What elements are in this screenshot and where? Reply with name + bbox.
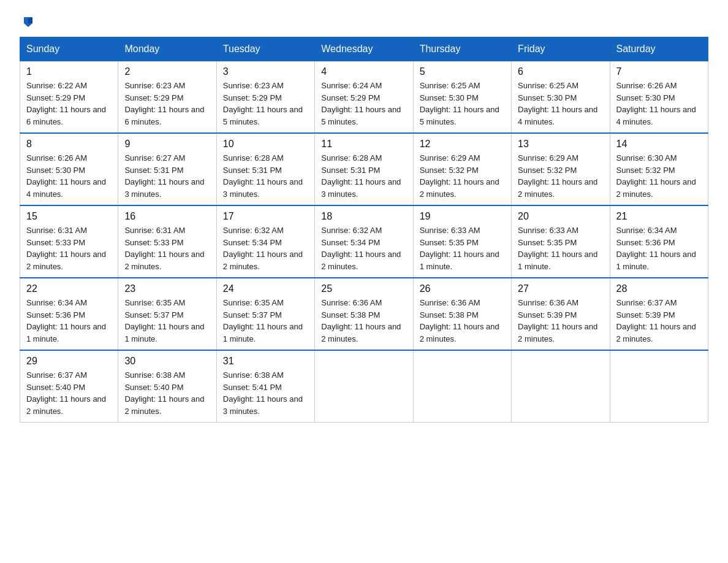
day-number: 4	[321, 66, 406, 77]
calendar-cell: 16 Sunrise: 6:31 AM Sunset: 5:33 PM Dayl…	[118, 205, 216, 278]
calendar-cell: 25 Sunrise: 6:36 AM Sunset: 5:38 PM Dayl…	[315, 278, 413, 350]
day-number: 27	[518, 283, 603, 294]
day-info: Sunrise: 6:31 AM Sunset: 5:33 PM Dayligh…	[124, 224, 210, 272]
day-info: Sunrise: 6:28 AM Sunset: 5:31 PM Dayligh…	[223, 152, 308, 200]
day-number: 25	[321, 283, 406, 294]
day-number: 8	[26, 139, 112, 150]
weekday-header-monday: Monday	[118, 37, 216, 61]
day-number: 23	[124, 283, 210, 294]
day-number: 29	[26, 356, 112, 367]
calendar-cell: 18 Sunrise: 6:32 AM Sunset: 5:34 PM Dayl…	[315, 205, 413, 278]
calendar-cell: 1 Sunrise: 6:22 AM Sunset: 5:29 PM Dayli…	[20, 61, 118, 134]
calendar-cell: 11 Sunrise: 6:28 AM Sunset: 5:31 PM Dayl…	[315, 133, 413, 205]
week-row-1: 1 Sunrise: 6:22 AM Sunset: 5:29 PM Dayli…	[20, 61, 708, 134]
day-number: 3	[223, 66, 308, 77]
day-info: Sunrise: 6:37 AM Sunset: 5:40 PM Dayligh…	[26, 369, 112, 417]
day-number: 13	[518, 139, 603, 150]
weekday-header-tuesday: Tuesday	[216, 37, 314, 61]
day-number: 31	[223, 356, 308, 367]
calendar-cell: 14 Sunrise: 6:30 AM Sunset: 5:32 PM Dayl…	[610, 133, 708, 205]
weekday-header-friday: Friday	[512, 37, 610, 61]
calendar-cell: 7 Sunrise: 6:26 AM Sunset: 5:30 PM Dayli…	[610, 61, 708, 134]
day-number: 21	[616, 211, 702, 222]
day-info: Sunrise: 6:33 AM Sunset: 5:35 PM Dayligh…	[420, 224, 505, 272]
day-info: Sunrise: 6:25 AM Sunset: 5:30 PM Dayligh…	[518, 80, 603, 128]
day-number: 16	[124, 211, 210, 222]
day-info: Sunrise: 6:34 AM Sunset: 5:36 PM Dayligh…	[616, 224, 702, 272]
calendar-cell: 21 Sunrise: 6:34 AM Sunset: 5:36 PM Dayl…	[610, 205, 708, 278]
day-info: Sunrise: 6:37 AM Sunset: 5:39 PM Dayligh…	[616, 297, 702, 345]
calendar-cell: 29 Sunrise: 6:37 AM Sunset: 5:40 PM Dayl…	[20, 350, 118, 423]
calendar-cell: 28 Sunrise: 6:37 AM Sunset: 5:39 PM Dayl…	[610, 278, 708, 350]
calendar-cell	[315, 350, 413, 423]
day-info: Sunrise: 6:32 AM Sunset: 5:34 PM Dayligh…	[223, 224, 308, 272]
calendar-cell: 15 Sunrise: 6:31 AM Sunset: 5:33 PM Dayl…	[20, 205, 118, 278]
day-info: Sunrise: 6:23 AM Sunset: 5:29 PM Dayligh…	[124, 80, 210, 128]
calendar-cell: 22 Sunrise: 6:34 AM Sunset: 5:36 PM Dayl…	[20, 278, 118, 350]
logo	[20, 15, 35, 27]
day-number: 28	[616, 283, 702, 294]
day-number: 30	[124, 356, 210, 367]
day-info: Sunrise: 6:35 AM Sunset: 5:37 PM Dayligh…	[223, 297, 308, 345]
day-info: Sunrise: 6:31 AM Sunset: 5:33 PM Dayligh…	[26, 224, 112, 272]
calendar-cell: 6 Sunrise: 6:25 AM Sunset: 5:30 PM Dayli…	[512, 61, 610, 134]
day-number: 17	[223, 211, 308, 222]
day-number: 22	[26, 283, 112, 294]
calendar-table: SundayMondayTuesdayWednesdayThursdayFrid…	[20, 37, 708, 423]
day-number: 12	[420, 139, 505, 150]
page-header	[20, 15, 708, 27]
day-info: Sunrise: 6:36 AM Sunset: 5:39 PM Dayligh…	[518, 297, 603, 345]
day-info: Sunrise: 6:22 AM Sunset: 5:29 PM Dayligh…	[26, 80, 112, 128]
calendar-cell: 3 Sunrise: 6:23 AM Sunset: 5:29 PM Dayli…	[216, 61, 314, 134]
day-number: 20	[518, 211, 603, 222]
day-info: Sunrise: 6:25 AM Sunset: 5:30 PM Dayligh…	[420, 80, 505, 128]
day-info: Sunrise: 6:32 AM Sunset: 5:34 PM Dayligh…	[321, 224, 406, 272]
day-info: Sunrise: 6:28 AM Sunset: 5:31 PM Dayligh…	[321, 152, 406, 200]
calendar-cell	[413, 350, 511, 423]
day-info: Sunrise: 6:27 AM Sunset: 5:31 PM Dayligh…	[124, 152, 210, 200]
week-row-2: 8 Sunrise: 6:26 AM Sunset: 5:30 PM Dayli…	[20, 133, 708, 205]
calendar-cell: 17 Sunrise: 6:32 AM Sunset: 5:34 PM Dayl…	[216, 205, 314, 278]
calendar-cell: 5 Sunrise: 6:25 AM Sunset: 5:30 PM Dayli…	[413, 61, 511, 134]
day-info: Sunrise: 6:26 AM Sunset: 5:30 PM Dayligh…	[616, 80, 702, 128]
day-number: 15	[26, 211, 112, 222]
logo-arrow-icon	[21, 15, 35, 31]
weekday-header-wednesday: Wednesday	[315, 37, 413, 61]
day-number: 19	[420, 211, 505, 222]
day-info: Sunrise: 6:36 AM Sunset: 5:38 PM Dayligh…	[420, 297, 505, 345]
calendar-cell: 30 Sunrise: 6:38 AM Sunset: 5:40 PM Dayl…	[118, 350, 216, 423]
day-info: Sunrise: 6:35 AM Sunset: 5:37 PM Dayligh…	[124, 297, 210, 345]
day-number: 9	[124, 139, 210, 150]
calendar-cell: 26 Sunrise: 6:36 AM Sunset: 5:38 PM Dayl…	[413, 278, 511, 350]
day-info: Sunrise: 6:33 AM Sunset: 5:35 PM Dayligh…	[518, 224, 603, 272]
weekday-header-saturday: Saturday	[610, 37, 708, 61]
calendar-cell: 19 Sunrise: 6:33 AM Sunset: 5:35 PM Dayl…	[413, 205, 511, 278]
weekday-header-thursday: Thursday	[413, 37, 511, 61]
calendar-cell: 20 Sunrise: 6:33 AM Sunset: 5:35 PM Dayl…	[512, 205, 610, 278]
weekday-header-sunday: Sunday	[20, 37, 118, 61]
day-number: 26	[420, 283, 505, 294]
day-number: 1	[26, 66, 112, 77]
week-row-3: 15 Sunrise: 6:31 AM Sunset: 5:33 PM Dayl…	[20, 205, 708, 278]
weekday-header-row: SundayMondayTuesdayWednesdayThursdayFrid…	[20, 37, 708, 61]
day-number: 18	[321, 211, 406, 222]
day-info: Sunrise: 6:29 AM Sunset: 5:32 PM Dayligh…	[518, 152, 603, 200]
week-row-5: 29 Sunrise: 6:37 AM Sunset: 5:40 PM Dayl…	[20, 350, 708, 423]
calendar-cell: 12 Sunrise: 6:29 AM Sunset: 5:32 PM Dayl…	[413, 133, 511, 205]
calendar-cell	[610, 350, 708, 423]
day-info: Sunrise: 6:26 AM Sunset: 5:30 PM Dayligh…	[26, 152, 112, 200]
calendar-cell	[512, 350, 610, 423]
calendar-cell: 4 Sunrise: 6:24 AM Sunset: 5:29 PM Dayli…	[315, 61, 413, 134]
day-number: 14	[616, 139, 702, 150]
day-number: 5	[420, 66, 505, 77]
day-number: 7	[616, 66, 702, 77]
day-number: 24	[223, 283, 308, 294]
calendar-cell: 24 Sunrise: 6:35 AM Sunset: 5:37 PM Dayl…	[216, 278, 314, 350]
calendar-cell: 23 Sunrise: 6:35 AM Sunset: 5:37 PM Dayl…	[118, 278, 216, 350]
calendar-cell: 27 Sunrise: 6:36 AM Sunset: 5:39 PM Dayl…	[512, 278, 610, 350]
day-info: Sunrise: 6:23 AM Sunset: 5:29 PM Dayligh…	[223, 80, 308, 128]
calendar-cell: 8 Sunrise: 6:26 AM Sunset: 5:30 PM Dayli…	[20, 133, 118, 205]
week-row-4: 22 Sunrise: 6:34 AM Sunset: 5:36 PM Dayl…	[20, 278, 708, 350]
calendar-cell: 13 Sunrise: 6:29 AM Sunset: 5:32 PM Dayl…	[512, 133, 610, 205]
calendar-cell: 9 Sunrise: 6:27 AM Sunset: 5:31 PM Dayli…	[118, 133, 216, 205]
